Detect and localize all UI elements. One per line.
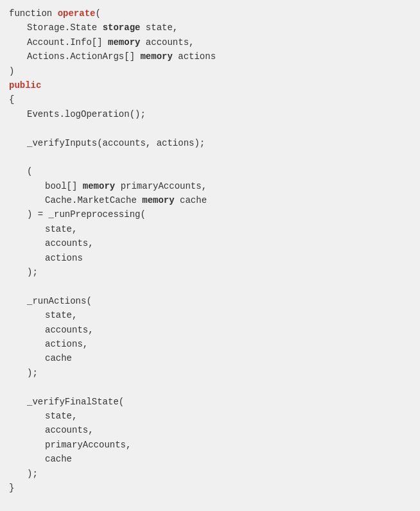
code-line: state,: [9, 308, 411, 322]
code-line-closing: }: [9, 481, 411, 495]
code-text: {: [9, 94, 14, 105]
code-line: state,: [9, 409, 411, 423]
code-text: );: [27, 368, 38, 378]
code-line: Actions.ActionArgs[] memory actions: [9, 49, 411, 64]
code-block: function operate( Storage.State storage …: [0, 0, 420, 511]
code-line: bool[] memory primaryAccounts,: [9, 179, 411, 193]
code-text: _runActions(: [27, 296, 92, 306]
code-text: Events.logOperation();: [27, 109, 146, 119]
code-line: _verifyInputs(accounts, actions);: [9, 136, 411, 150]
code-text: Actions.ActionArgs[] memory actions: [27, 51, 216, 62]
code-text: ): [9, 66, 14, 76]
code-line: );: [9, 467, 411, 481]
code-text: (: [27, 166, 32, 177]
code-text: Cache.MarketCache memory cache: [45, 195, 207, 205]
code-line: Account.Info[] memory accounts,: [9, 35, 411, 49]
code-text: actions,: [45, 339, 88, 349]
code-line: cache: [9, 351, 411, 365]
code-text: cache: [45, 454, 72, 464]
code-line-empty: [9, 380, 411, 394]
code-text: accounts,: [45, 325, 94, 335]
code-line: (: [9, 164, 411, 178]
code-line: accounts,: [9, 423, 411, 437]
code-line: actions,: [9, 337, 411, 351]
code-text: bool[] memory primaryAccounts,: [45, 181, 207, 191]
code-line: cache: [9, 452, 411, 466]
code-line: accounts,: [9, 323, 411, 337]
code-text: _verifyInputs(accounts, actions);: [27, 138, 205, 148]
code-text: accounts,: [45, 425, 94, 435]
code-text: primaryAccounts,: [45, 440, 131, 450]
code-line: actions: [9, 251, 411, 265]
code-text: accounts,: [45, 238, 94, 248]
code-line: accounts,: [9, 236, 411, 250]
code-line: _verifyFinalState(: [9, 395, 411, 409]
code-text: _verifyFinalState(: [27, 397, 124, 407]
code-text: Account.Info[] memory accounts,: [27, 37, 194, 48]
code-line: ) = _runPreprocessing(: [9, 207, 411, 221]
code-line-empty: [9, 150, 411, 164]
code-text: state,: [45, 310, 77, 320]
code-text: cache: [45, 353, 72, 363]
code-text: state,: [45, 411, 77, 421]
code-line-empty: [9, 121, 411, 135]
code-text: ) = _runPreprocessing(: [27, 209, 146, 220]
code-line: Storage.State storage state,: [9, 21, 411, 35]
code-text: actions: [45, 253, 83, 263]
code-line: Cache.MarketCache memory cache: [9, 193, 411, 207]
code-text: function: [9, 8, 58, 19]
code-text: );: [27, 469, 38, 479]
code-line: primaryAccounts,: [9, 438, 411, 452]
code-line-empty: [9, 279, 411, 293]
code-line: state,: [9, 222, 411, 236]
code-keyword-public: public: [9, 80, 41, 91]
code-text: state,: [45, 224, 77, 234]
code-text: }: [9, 483, 14, 493]
code-line-public: public: [9, 78, 411, 92]
code-line: Events.logOperation();: [9, 107, 411, 121]
code-text: Storage.State storage state,: [27, 22, 178, 33]
code-line: {: [9, 92, 411, 107]
code-text: (: [95, 8, 100, 19]
code-line: );: [9, 366, 411, 380]
code-text: );: [27, 267, 38, 277]
code-line: ): [9, 64, 411, 78]
code-line: _runActions(: [9, 294, 411, 308]
code-keyword: operate: [58, 8, 96, 19]
code-line-header: function operate(: [9, 6, 411, 21]
code-line: );: [9, 265, 411, 279]
